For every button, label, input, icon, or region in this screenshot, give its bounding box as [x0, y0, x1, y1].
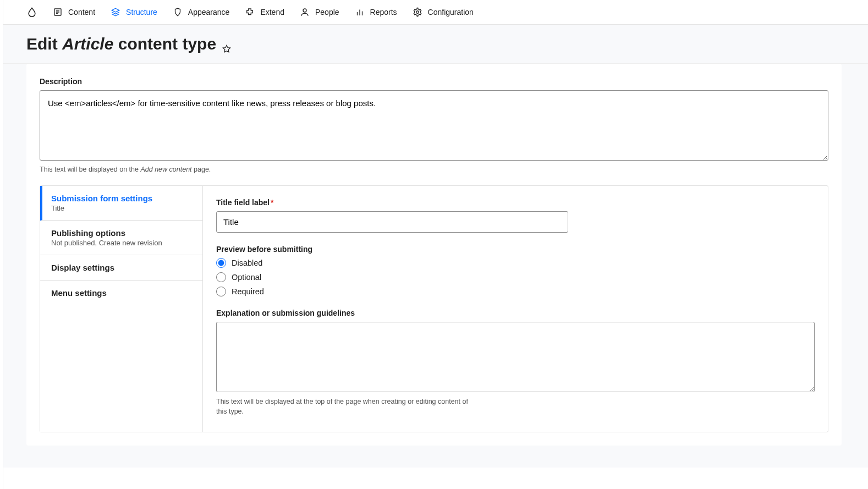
vtab-submission-form-settings[interactable]: Submission form settings Title	[40, 186, 202, 221]
svg-point-4	[303, 9, 306, 12]
title-field-label: Title field label*	[216, 198, 815, 207]
toolbar-label: Reports	[370, 8, 397, 17]
left-rail	[0, 0, 3, 468]
description-textarea[interactable]	[40, 90, 828, 161]
toolbar-label: Content	[68, 8, 95, 17]
people-icon	[300, 7, 310, 17]
preview-radio-disabled[interactable]	[216, 258, 226, 268]
vtab-publishing-options[interactable]: Publishing options Not published, Create…	[40, 221, 202, 255]
appearance-icon	[173, 7, 183, 17]
star-outline-icon[interactable]	[222, 39, 232, 49]
guidelines-textarea[interactable]	[216, 322, 815, 392]
preview-legend: Preview before submitting	[216, 245, 815, 254]
content-icon	[53, 7, 63, 17]
preview-radio-group: Disabled Optional Required	[216, 258, 815, 296]
description-help: This text will be displayed on the Add n…	[40, 166, 828, 173]
toolbar-label: Appearance	[188, 8, 230, 17]
page-header: Edit Article content type	[0, 25, 868, 64]
drupal-logo-icon[interactable]	[26, 7, 37, 18]
preview-option-optional[interactable]: Optional	[216, 272, 815, 282]
toolbar-item-content[interactable]: Content	[53, 7, 95, 17]
vertical-tabs-nav: Submission form settings Title Publishin…	[40, 186, 203, 432]
gear-icon	[413, 7, 422, 17]
toolbar-item-reports[interactable]: Reports	[355, 7, 397, 17]
reports-icon	[355, 7, 365, 17]
description-label: Description	[40, 77, 828, 86]
svg-point-8	[416, 11, 419, 14]
toolbar-label: Structure	[126, 8, 157, 17]
admin-toolbar: Content Structure Appearance Extend	[0, 0, 868, 25]
vertical-tabs-content: Title field label* Preview before submit…	[203, 186, 828, 432]
structure-icon	[111, 7, 120, 17]
preview-radio-required[interactable]	[216, 287, 226, 296]
vtab-menu-settings[interactable]: Menu settings	[40, 281, 202, 305]
vertical-tabs: Submission form settings Title Publishin…	[40, 185, 828, 432]
extend-icon	[245, 7, 255, 17]
page-title: Edit Article content type	[26, 35, 842, 53]
toolbar-item-structure[interactable]: Structure	[111, 7, 157, 17]
toolbar-label: People	[315, 8, 339, 17]
toolbar-item-appearance[interactable]: Appearance	[173, 7, 230, 17]
guidelines-label: Explanation or submission guidelines	[216, 309, 815, 317]
content-type-form-card: Description This text will be displayed …	[26, 64, 842, 446]
toolbar-item-extend[interactable]: Extend	[245, 7, 284, 17]
guidelines-help: This text will be displayed at the top o…	[216, 397, 475, 416]
toolbar-item-people[interactable]: People	[300, 7, 339, 17]
preview-radio-optional[interactable]	[216, 272, 226, 282]
toolbar-label: Extend	[260, 8, 284, 17]
toolbar-label: Configuration	[428, 8, 474, 17]
toolbar-item-configuration[interactable]: Configuration	[413, 7, 474, 17]
vtab-display-settings[interactable]: Display settings	[40, 255, 202, 281]
preview-option-required[interactable]: Required	[216, 287, 815, 296]
preview-option-disabled[interactable]: Disabled	[216, 258, 815, 268]
title-field-input[interactable]	[216, 211, 568, 233]
